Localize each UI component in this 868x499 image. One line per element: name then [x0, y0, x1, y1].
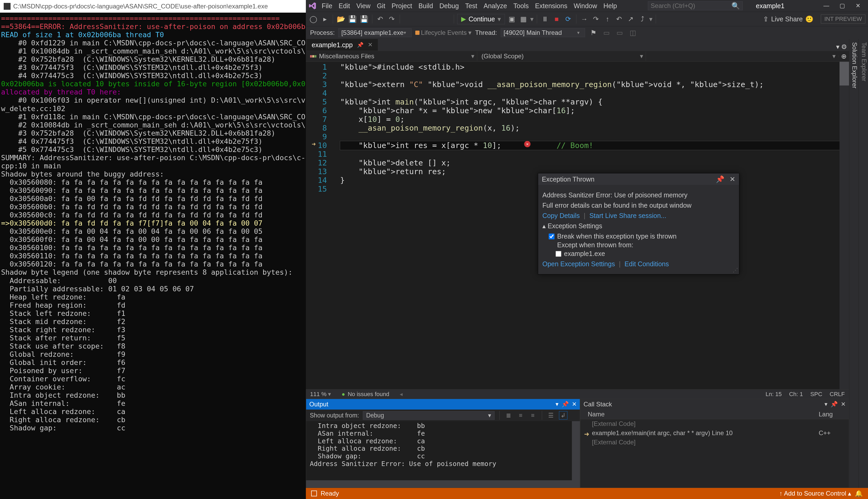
menu-file[interactable]: File — [318, 1, 336, 11]
scope-project[interactable]: Miscellaneous Files▾ — [306, 51, 477, 61]
stack-icon[interactable]: ▭ — [615, 28, 625, 37]
search-box[interactable]: 🔍 — [648, 1, 743, 10]
nav-fwd-icon[interactable]: ▸ — [320, 14, 330, 24]
output-btn[interactable]: ≡ — [517, 411, 525, 419]
menu-build[interactable]: Build — [415, 1, 436, 11]
menu-analyze[interactable]: Analyze — [480, 1, 510, 11]
thread-dropdown[interactable]: [49020] Main Thread▾ — [501, 28, 585, 37]
solution-explorer-tab[interactable]: Solution Explorer — [849, 39, 858, 488]
open-file-icon[interactable]: 📂 — [336, 14, 346, 24]
start-liveshare-link[interactable]: Start Live Share session... — [589, 212, 666, 219]
pin-icon[interactable]: 📌 — [716, 175, 724, 183]
menu-test[interactable]: Test — [462, 1, 480, 11]
search-input[interactable] — [651, 2, 730, 10]
callstack-row[interactable]: ➜example1.exe!main(int argc, char * * ar… — [580, 428, 849, 438]
feedback-icon[interactable]: 🙂 — [805, 15, 814, 23]
continue-button[interactable]: ▶ Continue ▾ — [457, 14, 505, 24]
maximize-button[interactable]: ▢ — [834, 0, 850, 12]
zoom-level[interactable]: 111 % — [310, 391, 326, 398]
tab-example1-cpp[interactable]: example1.cpp 📌 ✕ — [306, 39, 378, 51]
menu-help[interactable]: Help — [600, 1, 620, 11]
scope-namespace[interactable]: (Global Scope)▾ — [477, 51, 646, 61]
output-source-dropdown[interactable]: Debug▾ — [363, 411, 495, 420]
menu-tools[interactable]: Tools — [510, 1, 532, 11]
minimize-button[interactable]: ― — [818, 0, 834, 12]
resize-grip-icon[interactable]: ⋰ — [733, 267, 738, 273]
restart-icon[interactable]: ⟳ — [564, 14, 573, 24]
tab-settings-icon[interactable]: ⚙ — [841, 43, 847, 51]
menu-view[interactable]: View — [353, 1, 374, 11]
step-into-icon[interactable]: → — [580, 14, 589, 24]
process-dropdown[interactable]: [53864] example1.exe▾ — [338, 28, 411, 37]
status-icon[interactable] — [311, 490, 317, 496]
menu-debug[interactable]: Debug — [436, 1, 462, 11]
undo-icon[interactable]: ↶ — [376, 14, 385, 24]
word-wrap-icon[interactable]: ↲ — [559, 411, 567, 419]
callstack-header[interactable]: Call Stack ▾📌✕ — [580, 399, 849, 410]
add-source-control-button[interactable]: ↑ Add to Source Control ▴ — [779, 490, 851, 497]
menu-edit[interactable]: Edit — [336, 1, 353, 11]
callstack-row[interactable]: [External Code] — [580, 419, 849, 428]
break-checkbox[interactable] — [549, 233, 554, 239]
split-icon[interactable]: ⊕ — [839, 52, 849, 60]
callstack-row[interactable]: [External Code] — [580, 438, 849, 447]
step-over-icon[interactable]: ↷ — [591, 14, 601, 24]
close-icon[interactable]: ✕ — [841, 401, 846, 408]
flag-icon[interactable]: ⚑ — [589, 28, 598, 37]
liveshare-button[interactable]: Live Share — [771, 15, 803, 23]
close-tab-icon[interactable]: ✕ — [368, 41, 373, 48]
output-btn[interactable]: ☰ — [547, 411, 555, 419]
pause-icon[interactable]: ⏸ — [540, 14, 550, 24]
stack-icon[interactable]: ▭ — [602, 28, 612, 37]
output-text[interactable]: Intra object redzone: bb ASan internal: … — [306, 421, 580, 488]
error-glyph-icon[interactable]: ✕ — [524, 141, 530, 147]
pin-icon[interactable]: 📌 — [562, 401, 569, 408]
menu-extensions[interactable]: Extensions — [532, 1, 570, 11]
nav-back-icon[interactable]: ◯ — [309, 14, 318, 24]
hscroll-left-icon[interactable]: ◂ — [400, 391, 403, 398]
step-icon[interactable]: ↗ — [626, 14, 636, 24]
vs-logo-icon[interactable] — [308, 1, 317, 10]
exe-checkbox[interactable] — [555, 251, 561, 257]
output-hscrollbar[interactable] — [306, 480, 580, 488]
output-vscrollbar[interactable] — [572, 421, 580, 488]
notifications-icon[interactable]: 🔔 — [855, 490, 863, 497]
copy-details-link[interactable]: Copy Details — [542, 212, 580, 219]
dropdown-icon[interactable]: ▾ — [825, 401, 827, 408]
exception-settings-toggle[interactable]: ▴ Exception Settings — [542, 222, 735, 230]
redo-icon[interactable]: ↷ — [387, 14, 397, 24]
pin-icon[interactable]: 📌 — [357, 42, 364, 48]
stack-icon[interactable]: ◫ — [628, 28, 638, 37]
search-icon[interactable]: 🔍 — [731, 2, 740, 10]
liveshare-icon[interactable]: ⇪ — [763, 15, 769, 23]
tool-icon[interactable]: ▣ — [507, 14, 517, 24]
menu-git[interactable]: Git — [374, 1, 388, 11]
output-btn[interactable]: ≣ — [504, 411, 513, 419]
tab-overflow-icon[interactable]: ▾ — [836, 43, 840, 51]
close-icon[interactable]: ✕ — [730, 175, 735, 183]
open-exc-settings-link[interactable]: Open Exception Settings — [542, 260, 615, 268]
close-icon[interactable]: ✕ — [572, 401, 577, 408]
save-icon[interactable]: 💾 — [348, 14, 357, 24]
output-btn[interactable]: ≡ — [529, 411, 537, 419]
lifecycle-events[interactable]: Lifecycle Events▾ — [415, 29, 471, 36]
console-output[interactable]: ========================================… — [0, 13, 306, 499]
tool-icon[interactable]: ▦ — [519, 14, 528, 24]
config-dropdown[interactable] — [403, 14, 451, 24]
menu-project[interactable]: Project — [388, 1, 415, 11]
team-explorer-tab[interactable]: Team Explorer — [858, 39, 868, 488]
dropdown-icon[interactable]: ▾ — [555, 401, 558, 408]
step-icon[interactable]: ⤴ — [638, 14, 647, 24]
close-button[interactable]: ✕ — [850, 0, 866, 12]
pin-icon[interactable]: 📌 — [831, 401, 838, 408]
vertical-scrollbar[interactable] — [840, 62, 849, 389]
console-titlebar[interactable]: C:\MSDN\cpp-docs-pr\docs\c-language\ASAN… — [0, 0, 306, 13]
output-panel-header[interactable]: Output ▾📌✕ — [306, 399, 580, 410]
stop-icon[interactable]: ■ — [552, 14, 561, 24]
save-all-icon[interactable]: 💾 — [360, 14, 369, 24]
step-out-icon[interactable]: ↑ — [603, 14, 612, 24]
step-icon[interactable]: ↶ — [614, 14, 624, 24]
edit-conditions-link[interactable]: Edit Conditions — [625, 260, 669, 268]
menu-window[interactable]: Window — [570, 1, 600, 11]
exception-title-bar[interactable]: Exception Thrown 📌✕ — [538, 173, 739, 185]
